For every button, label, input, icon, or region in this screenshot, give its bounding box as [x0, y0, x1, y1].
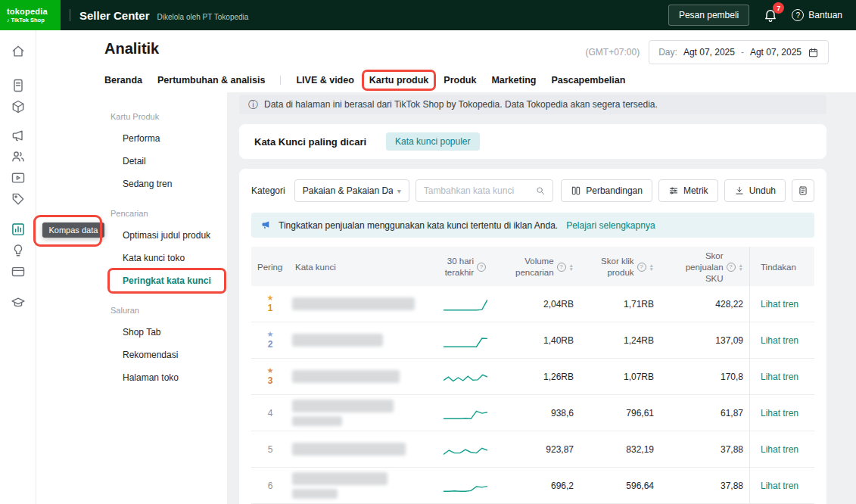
view-trend-link[interactable]: Lihat tren: [761, 372, 798, 382]
data-compass-icon[interactable]: Kompas data: [11, 222, 26, 237]
finance-card-icon[interactable]: [11, 264, 26, 279]
content-video-icon[interactable]: [11, 170, 26, 185]
click-score-value: 1,24RB: [580, 322, 660, 358]
question-circle-icon: [792, 9, 804, 21]
table-row: 4 938,6 796,61 61,87 Lihat tren: [251, 395, 814, 431]
redacted-keyword: [292, 472, 388, 485]
timezone-label: (GMT+07:00): [585, 47, 640, 58]
metric-button[interactable]: Metrik: [658, 179, 718, 202]
sort-icon[interactable]: [739, 263, 743, 272]
category-select[interactable]: Pakaian & Pakaian Dala...: [294, 179, 409, 202]
sort-icon[interactable]: [649, 263, 654, 272]
keyword-header-card: Kata Kunci paling dicari Kata kunci popu…: [239, 124, 826, 159]
help-button[interactable]: Bantuan: [792, 9, 842, 21]
table-row: 6 696,2 596,64 37,88 Lihat tren: [251, 468, 814, 504]
column-header-volume: Volume pencarian: [492, 247, 580, 288]
redacted-keyword: [292, 334, 383, 347]
appbar-divider: [70, 9, 70, 21]
view-trend-link[interactable]: Lihat tren: [761, 481, 798, 491]
rank-medal-icon: [267, 367, 274, 375]
table-row: 5 923,87 832,19 37,88 Lihat tren: [251, 431, 814, 468]
sidebar-section-saluran: Saluran: [111, 306, 227, 315]
help-icon[interactable]: [727, 263, 736, 272]
analytics-sidebar: Kartu Produk Performa Detail Sedang tren…: [36, 92, 227, 504]
tab-pascapembelian[interactable]: Pascapembelian: [551, 75, 625, 86]
view-trend-link[interactable]: Lihat tren: [761, 335, 798, 346]
tab-produk[interactable]: Produk: [444, 75, 476, 86]
help-icon[interactable]: [637, 263, 646, 272]
volume-value: 696,2: [492, 468, 580, 503]
sku-score-value: 37,88: [660, 431, 749, 467]
date-prefix: Day:: [658, 47, 677, 58]
orders-icon[interactable]: [11, 78, 26, 93]
sidebar-item-shop-tab[interactable]: Shop Tab: [117, 322, 167, 342]
volume-value: 2,04RB: [492, 286, 580, 322]
help-icon[interactable]: [557, 263, 566, 272]
click-score-value: 796,61: [580, 395, 660, 431]
buyer-messages-button[interactable]: Pesan pembeli: [668, 5, 749, 26]
date-range-picker[interactable]: Day: Agt 07, 2025 - Agt 07, 2025: [649, 40, 829, 64]
view-trend-link[interactable]: Lihat tren: [761, 299, 798, 310]
sidebar-item-detail[interactable]: Detail: [117, 151, 152, 171]
tokopedia-logo[interactable]: tokopedia TikTok Shop: [0, 0, 61, 30]
sku-score-value: 428,22: [660, 286, 749, 322]
redacted-keyword: [292, 400, 394, 412]
keyword-table-card: Kategori Pakaian & Pakaian Dala... Perba…: [239, 169, 826, 504]
education-cap-icon[interactable]: [11, 295, 26, 310]
popular-keywords-badge[interactable]: Kata kunci populer: [386, 132, 479, 151]
click-score-value: 1,71RB: [580, 286, 660, 322]
seller-center-subtitle: Dikelola oleh PT Tokopedia: [157, 13, 249, 21]
sidebar-item-peringkat-kata-kunci[interactable]: Peringkat kata kunci: [117, 271, 217, 291]
compare-button[interactable]: Perbandingan: [561, 179, 652, 202]
sku-score-value: 61,87: [660, 395, 749, 431]
page-header-band: Analitik (GMT+07:00) Day: Agt 07, 2025 -…: [36, 30, 856, 92]
redacted-keyword: [292, 416, 342, 426]
report-button[interactable]: [792, 179, 814, 202]
trend-sparkline: [444, 369, 487, 385]
sidebar-item-performa[interactable]: Performa: [117, 129, 166, 148]
sku-score-value: 137,09: [660, 322, 749, 358]
trend-sparkline: [444, 332, 487, 349]
marketing-megaphone-icon[interactable]: [11, 128, 26, 143]
volume-value: 923,87: [492, 431, 580, 467]
sidebar-item-kata-kunci-toko[interactable]: Kata kunci toko: [117, 248, 191, 268]
sidebar-section-pencarian: Pencarian: [111, 209, 227, 218]
category-selected-value: Pakaian & Pakaian Dala...: [303, 185, 393, 196]
insights-lightbulb-icon[interactable]: [11, 243, 26, 258]
tab-marketing[interactable]: Marketing: [491, 75, 536, 86]
download-button-label: Unduh: [749, 185, 776, 196]
keyword-search-input[interactable]: [424, 185, 535, 196]
notification-bell-icon[interactable]: 7: [763, 8, 778, 23]
column-header-sku-score: Skor penjualan SKU: [660, 247, 749, 288]
table-row: 2 1,40RB 1,24RB 137,09 Lihat tren: [251, 322, 814, 359]
sidebar-item-sedang-tren[interactable]: Sedang tren: [117, 174, 178, 194]
affiliate-users-icon[interactable]: [11, 149, 26, 164]
download-icon: [734, 185, 745, 196]
rank-value: 5: [268, 444, 273, 455]
tab-pertumbuhan-analisis[interactable]: Pertumbuhan & analisis: [157, 75, 265, 86]
sidebar-section-kartu-produk: Kartu Produk: [111, 112, 227, 121]
ads-promo-banner: Tingkatkan penjualan menggunakan kata ku…: [251, 213, 814, 238]
sidebar-item-optimasi-judul-produk[interactable]: Optimasi judul produk: [117, 226, 216, 245]
learn-more-link[interactable]: Pelajari selengkapnya: [566, 220, 655, 231]
sort-icon[interactable]: [569, 263, 574, 272]
search-icon[interactable]: [535, 185, 546, 196]
promotions-tag-icon[interactable]: [11, 191, 26, 207]
sku-score-value: 37,88: [660, 468, 749, 503]
sidebar-item-halaman-toko[interactable]: Halaman toko: [117, 368, 185, 387]
tab-live-video[interactable]: LIVE & video: [296, 75, 353, 86]
rank-medal-icon: [267, 331, 274, 338]
help-icon[interactable]: [477, 263, 486, 272]
metric-sliders-icon: [668, 185, 679, 196]
download-button[interactable]: Unduh: [724, 179, 786, 202]
view-trend-link[interactable]: Lihat tren: [761, 408, 798, 418]
info-icon: [248, 100, 258, 110]
view-trend-link[interactable]: Lihat tren: [761, 444, 798, 455]
table-row: 3 1,26RB 1,07RB 170,8 Lihat tren: [251, 359, 814, 395]
sidebar-item-rekomendasi[interactable]: Rekomendasi: [117, 345, 184, 365]
rank-value: 1: [268, 303, 273, 313]
home-icon[interactable]: [11, 44, 26, 59]
tab-kartu-produk[interactable]: Kartu produk: [369, 75, 428, 86]
tab-beranda[interactable]: Beranda: [104, 75, 142, 86]
products-icon[interactable]: [11, 99, 26, 114]
